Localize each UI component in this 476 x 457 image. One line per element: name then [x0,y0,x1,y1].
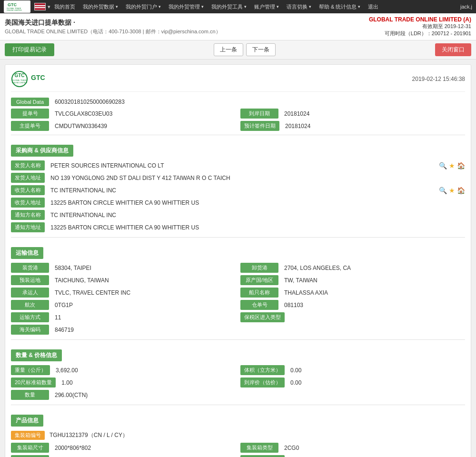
nav-arrow: ▾ [244,4,247,9]
twenty-ft-value: 1.00 [60,378,236,387]
nav-items: 我的首页 我的外贸数据▾ 我的外贸门户▾ 我的外贸管理▾ 我的外贸工具▾ 账户管… [50,0,460,13]
consignee-home-icon[interactable]: 🏠 [457,187,465,194]
record-logo: GTC GLOBAL TRADE ONLINE LIMITED GTC [11,70,54,88]
loading-place-value: TAICHUNG, TAIWAN [53,276,236,285]
loading-place-col: 预装运地 TAICHUNG, TAIWAN [11,275,236,285]
nav-arrow: ▾ [159,4,161,9]
loading-port-value: 58304, TAIPEI [53,264,236,272]
container-no-value: TGHU1321379（CN / L / CY） [48,430,465,440]
shipper-star-icon[interactable]: ★ [449,162,455,169]
quantity-section-header: 数量 & 价格信息 [11,349,62,361]
nav-home[interactable]: 我的首页 [50,0,79,13]
voyage-label: 航次 [11,300,49,310]
container-size-type-row: 集装箱尺寸 2000*806*802 集装箱类型 2CG0 [11,443,465,453]
supplier-section-header: 采购商 & 供应商信息 [11,145,73,157]
us-flag-icon [34,3,46,10]
gtc-logo-icon: GTC GLOBAL TRADE ONLINE LIMITED [6,1,29,12]
loading-place-label: 预装运地 [11,275,49,285]
nav-button-group: 上一条 下一条 [214,43,276,56]
global-data-label: Global Data [11,98,49,106]
record-header: GTC GLOBAL TRADE ONLINE LIMITED GTC 2019… [11,70,465,92]
shipper-search-icon[interactable]: 🔍 [439,162,447,169]
arrival-price-col: 到岸价（估价） 0.00 [240,378,465,387]
container-no-row: 集装箱编号 TGHU1321379（CN / L / CY） [11,430,465,440]
nav-logout[interactable]: 退出 [364,0,382,13]
discharge-port-col: 卸货港 2704, LOS ANGELES, CA [240,263,465,273]
svg-text:GTC: GTC [8,2,17,7]
estimated-date-value: 20181024 [283,122,465,130]
svg-text:ONLINE LIMITED: ONLINE LIMITED [7,9,22,11]
product-section-header: 产品信息 [11,415,43,427]
header-right: GLOBAL TRADE ONLINE LIMITED (A) 有效期至 201… [369,16,471,37]
bill-no-col: 提单号 TVLCGLAX8C03EU03 [11,109,236,119]
customs-row: 海关编码 846719 [11,325,465,335]
estimated-date-col: 预计签件日期 20181024 [240,121,465,131]
estimated-date-label: 预计签件日期 [240,121,279,131]
record-datetime: 2019-02-12 15:46:38 [412,76,465,82]
twenty-ft-price-row: 20尺标准箱数量 1.00 到岸价（估价） 0.00 [11,378,465,387]
nav-arrow: ▾ [116,4,118,9]
carrier-vessel-row: 承运人 TVLC, TRAVEL CENTER INC 船只名称 THALASS… [11,288,465,298]
nav-management[interactable]: 我的外贸管理▾ [165,0,208,13]
port-row: 装货港 58304, TAIPEI 卸货港 2704, LOS ANGELES,… [11,263,465,273]
volume-label: 体积（立方米） [240,365,285,375]
transport-section: 运输信息 装货港 58304, TAIPEI 卸货港 2704, LOS ANG… [11,241,465,335]
vessel-value: THALASSA AXIA [282,288,465,297]
transport-mode-col: 运输方式 11 [11,312,236,322]
nav-portal[interactable]: 我的外贸门户▾ [122,0,165,13]
consignee-name-label: 收货人名称 [11,185,45,195]
customs-value: 846719 [53,326,465,334]
global-data-block: Global Data 6003201810250000690283 提单号 T… [11,98,465,131]
validity-info: 有效期至 2019-12-31 [369,23,471,30]
consignee-star-icon[interactable]: ★ [449,187,455,194]
discharge-port-label: 卸货港 [240,263,278,273]
header-subtitle: GLOBAL TRADE ONLINE LIMITED（电话：400-710-3… [5,28,221,35]
shipper-home-icon[interactable]: 🏠 [457,162,465,169]
carrier-col: 承运人 TVLC, TRAVEL CENTER INC [11,288,236,298]
prev-button[interactable]: 上一条 [214,43,243,56]
nav-trade-data[interactable]: 我的外贸数据▾ [79,0,122,13]
global-data-row: Global Data 6003201810250000690283 [11,98,465,106]
nav-arrow: ▾ [358,4,360,9]
consignee-addr-value: 13225 BARTON CIRCLE WHITTIER CA 90 WHITT… [49,199,465,207]
customs-label: 海关编码 [11,325,49,335]
master-bill-row: 主提单号 CMDUTWN0336439 预计签件日期 20181024 [11,121,465,131]
container-type-label: 集装箱类型 [240,443,278,453]
nav-language[interactable]: 语言切换▾ [283,0,315,13]
discharge-port-value: 2704, LOS ANGELES, CA [282,264,465,272]
container-type-col: 集装箱类型 2CG0 [240,443,465,453]
warehouse-col: 仓单号 081103 [240,300,465,310]
next-button[interactable]: 下一条 [246,43,276,56]
nav-tools[interactable]: 我的外贸工具▾ [208,0,250,13]
consignee-search-icon[interactable]: 🔍 [439,187,447,194]
weight-value: 3,692.00 [54,366,236,375]
notify-name-row: 通知方名称 TC INTERNATIONAL INC [11,210,465,220]
mode-bonded-row: 运输方式 11 保税区进入类型 [11,312,465,322]
notify-addr-value: 13225 BARTON CIRCLE WHITTIER CA 90 WHITT… [49,223,465,232]
container-size-col: 集装箱尺寸 2000*806*802 [11,443,236,453]
quantity-section: 数量 & 价格信息 重量（公斤） 3,692.00 体积（立方米） 0.00 2… [11,344,465,400]
transport-mode-value: 11 [53,313,236,322]
product-price-col: 到岸价（估价） 0.00 [240,455,465,457]
bonded-label: 保税区进入类型 [240,312,285,322]
qty-label: 数量 [11,390,49,400]
carrier-label: 承运人 [11,288,49,298]
validity-label: 有效期至 [422,23,443,29]
container-size-label: 集装箱尺寸 [11,443,49,453]
nav-help[interactable]: 帮助 & 统计信息▾ [315,0,364,13]
twenty-ft-col: 20尺标准箱数量 1.00 [11,378,236,387]
top-navigation: GTC GLOBAL TRADE ONLINE LIMITED ▾ 我的首页 我… [0,0,476,13]
qty-row: 数量 296.00(CTN) [11,390,465,400]
warehouse-value: 081103 [282,301,465,309]
svg-text:GTC: GTC [14,73,24,78]
loading-port-label: 装货港 [11,263,49,273]
container-type-value: 2CG0 [282,444,465,452]
close-button[interactable]: 关闭窗口 [435,43,471,56]
vessel-label: 船只名称 [240,288,278,298]
print-button[interactable]: 打印提易记录 [5,43,54,56]
nav-arrow: ▾ [309,4,311,9]
nav-account[interactable]: 账户管理▾ [250,0,283,13]
qty-value: 296.00(CTN) [53,391,465,399]
nav-logo: GTC GLOBAL TRADE ONLINE LIMITED [4,0,30,13]
volume-col: 体积（立方米） 0.00 [240,365,465,375]
